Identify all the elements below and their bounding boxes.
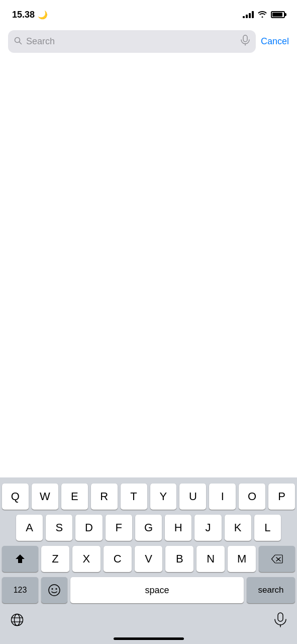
key-space[interactable]: space bbox=[70, 577, 244, 603]
key-e[interactable]: E bbox=[61, 484, 88, 510]
svg-point-8 bbox=[56, 588, 57, 590]
key-d[interactable]: D bbox=[75, 515, 102, 541]
key-w[interactable]: W bbox=[32, 484, 58, 510]
svg-rect-13 bbox=[278, 613, 283, 621]
key-m[interactable]: M bbox=[228, 546, 256, 572]
keyboard: Q W E R T Y U I O P A S D F G H J K L Z … bbox=[0, 477, 297, 644]
svg-line-1 bbox=[20, 42, 22, 44]
time-label: 15.38 bbox=[12, 10, 35, 20]
moon-icon: 🌙 bbox=[38, 10, 48, 20]
search-input-wrapper[interactable] bbox=[8, 30, 256, 53]
status-time: 15.38 🌙 bbox=[12, 10, 48, 20]
svg-point-6 bbox=[49, 585, 60, 596]
key-z[interactable]: Z bbox=[41, 546, 69, 572]
key-c[interactable]: C bbox=[104, 546, 132, 572]
key-n[interactable]: N bbox=[196, 546, 225, 572]
key-g[interactable]: G bbox=[135, 515, 162, 541]
key-s[interactable]: S bbox=[46, 515, 72, 541]
key-b[interactable]: B bbox=[165, 546, 193, 572]
key-h[interactable]: H bbox=[165, 515, 191, 541]
mic-icon-bottom[interactable] bbox=[274, 612, 287, 630]
svg-point-9 bbox=[12, 614, 23, 626]
svg-point-10 bbox=[15, 614, 20, 626]
wifi-icon bbox=[258, 11, 267, 19]
home-indicator bbox=[2, 634, 295, 644]
key-j[interactable]: J bbox=[194, 515, 221, 541]
key-k[interactable]: K bbox=[225, 515, 251, 541]
main-content bbox=[0, 57, 297, 419]
status-bar: 15.38 🌙 bbox=[0, 0, 297, 26]
keyboard-row-3: Z X C V B N M bbox=[2, 546, 295, 572]
battery-icon bbox=[271, 11, 285, 18]
mic-icon-search[interactable] bbox=[241, 35, 250, 48]
key-delete[interactable] bbox=[259, 546, 295, 572]
key-shift[interactable] bbox=[2, 546, 38, 572]
key-x[interactable]: X bbox=[72, 546, 101, 572]
key-f[interactable]: F bbox=[106, 515, 132, 541]
key-search-action[interactable]: search bbox=[247, 577, 295, 603]
keyboard-row-2: A S D F G H J K L bbox=[2, 515, 295, 541]
svg-point-7 bbox=[52, 588, 53, 590]
key-q[interactable]: Q bbox=[2, 484, 29, 510]
keyboard-row-4: 123 space search bbox=[2, 577, 295, 603]
key-t[interactable]: T bbox=[121, 484, 147, 510]
key-o[interactable]: O bbox=[239, 484, 265, 510]
search-bar-container: Cancel bbox=[0, 26, 297, 57]
key-emoji[interactable] bbox=[41, 577, 67, 603]
keyboard-bottom-row bbox=[2, 608, 295, 634]
home-bar bbox=[114, 637, 184, 640]
search-icon bbox=[14, 37, 22, 47]
key-v[interactable]: V bbox=[135, 546, 163, 572]
status-icons bbox=[243, 11, 285, 19]
key-u[interactable]: U bbox=[179, 484, 206, 510]
svg-rect-2 bbox=[243, 35, 247, 42]
key-p[interactable]: P bbox=[268, 484, 295, 510]
keyboard-row-1: Q W E R T Y U I O P bbox=[2, 484, 295, 510]
key-r[interactable]: R bbox=[91, 484, 118, 510]
key-a[interactable]: A bbox=[16, 515, 43, 541]
search-input[interactable] bbox=[26, 36, 237, 47]
key-numbers[interactable]: 123 bbox=[2, 577, 38, 603]
key-y[interactable]: Y bbox=[150, 484, 177, 510]
signal-icon bbox=[243, 11, 254, 18]
globe-icon[interactable] bbox=[10, 613, 24, 630]
key-i[interactable]: I bbox=[209, 484, 236, 510]
cancel-button[interactable]: Cancel bbox=[261, 36, 289, 47]
key-l[interactable]: L bbox=[254, 515, 281, 541]
